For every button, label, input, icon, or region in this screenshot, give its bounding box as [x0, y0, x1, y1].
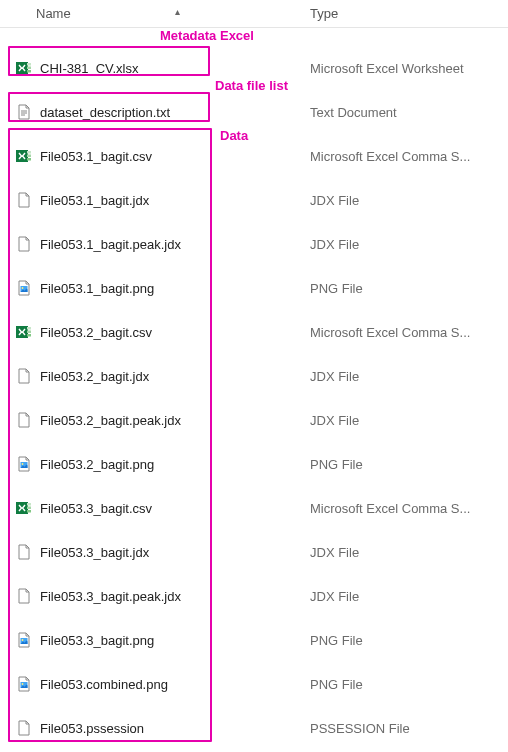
svg-rect-21 [27, 507, 31, 510]
file-type-cell: PNG File [300, 633, 508, 648]
svg-rect-22 [27, 510, 31, 513]
file-row[interactable]: File053.3_bagit.jdxJDX File [0, 530, 508, 574]
file-name-label: File053.3_bagit.csv [40, 501, 152, 516]
file-type-cell: Microsoft Excel Comma S... [300, 501, 508, 516]
svg-rect-20 [27, 503, 31, 506]
file-row[interactable]: File053.pssessionPSSESSION File [0, 706, 508, 750]
svg-rect-3 [27, 70, 31, 73]
plain-file-icon [16, 720, 32, 736]
svg-rect-10 [27, 158, 31, 161]
file-type-cell: JDX File [300, 589, 508, 604]
file-name-label: File053.1_bagit.jdx [40, 193, 149, 208]
file-type-cell: PNG File [300, 457, 508, 472]
file-row[interactable]: File053.2_bagit.pngPNG File [0, 442, 508, 486]
file-name-label: File053.3_bagit.jdx [40, 545, 149, 560]
column-header-name-label: Name [36, 6, 71, 21]
file-type-cell: PSSESSION File [300, 721, 508, 736]
png-file-icon [16, 676, 32, 692]
file-name-label: File053.2_bagit.csv [40, 325, 152, 340]
sort-ascending-icon: ▴ [175, 6, 180, 17]
file-name-label: File053.2_bagit.png [40, 457, 154, 472]
file-name-label: File053.2_bagit.jdx [40, 369, 149, 384]
file-type-cell: Microsoft Excel Comma S... [300, 325, 508, 340]
plain-file-icon [16, 236, 32, 252]
file-type-cell: Microsoft Excel Worksheet [300, 61, 508, 76]
png-file-icon [16, 632, 32, 648]
excel-file-icon [16, 60, 32, 76]
file-type-cell: Microsoft Excel Comma S... [300, 149, 508, 164]
file-name-cell: File053.1_bagit.peak.jdx [0, 236, 300, 252]
file-name-label: File053.3_bagit.png [40, 633, 154, 648]
svg-rect-15 [27, 331, 31, 334]
file-name-cell: File053.3_bagit.jdx [0, 544, 300, 560]
excel-file-icon [16, 148, 32, 164]
file-row[interactable]: CHI-381_CV.xlsxMicrosoft Excel Worksheet [0, 46, 508, 90]
plain-file-icon [16, 412, 32, 428]
plain-file-icon [16, 192, 32, 208]
svg-rect-9 [27, 155, 31, 158]
file-name-label: File053.pssession [40, 721, 144, 736]
svg-rect-1 [27, 63, 31, 66]
file-row[interactable]: File053.2_bagit.peak.jdxJDX File [0, 398, 508, 442]
plain-file-icon [16, 588, 32, 604]
column-header-row: Name ▴ Type [0, 0, 508, 28]
file-row[interactable]: File053.combined.pngPNG File [0, 662, 508, 706]
file-row[interactable]: File053.2_bagit.jdxJDX File [0, 354, 508, 398]
file-name-cell: File053.2_bagit.peak.jdx [0, 412, 300, 428]
file-name-cell: File053.2_bagit.png [0, 456, 300, 472]
svg-rect-8 [27, 151, 31, 154]
file-name-cell: File053.2_bagit.jdx [0, 368, 300, 384]
file-row[interactable]: dataset_description.txtText Document [0, 90, 508, 134]
file-name-cell: File053.1_bagit.png [0, 280, 300, 296]
file-name-label: File053.combined.png [40, 677, 168, 692]
text-file-icon [16, 104, 32, 120]
svg-rect-16 [27, 334, 31, 337]
excel-file-icon [16, 324, 32, 340]
png-file-icon [16, 456, 32, 472]
svg-point-18 [22, 463, 24, 465]
column-header-type-label: Type [310, 6, 338, 21]
svg-point-24 [22, 639, 24, 641]
file-type-cell: JDX File [300, 193, 508, 208]
file-type-cell: JDX File [300, 237, 508, 252]
plain-file-icon [16, 368, 32, 384]
file-list: CHI-381_CV.xlsxMicrosoft Excel Worksheet… [0, 28, 508, 752]
file-name-label: dataset_description.txt [40, 105, 170, 120]
file-name-label: File053.2_bagit.peak.jdx [40, 413, 181, 428]
file-type-cell: PNG File [300, 281, 508, 296]
file-name-cell: File053.3_bagit.peak.jdx [0, 588, 300, 604]
file-type-cell: JDX File [300, 369, 508, 384]
file-row[interactable]: File053.1_bagit.csvMicrosoft Excel Comma… [0, 134, 508, 178]
file-row[interactable]: File053.2_bagit.csvMicrosoft Excel Comma… [0, 310, 508, 354]
file-name-label: CHI-381_CV.xlsx [40, 61, 139, 76]
column-header-name[interactable]: Name ▴ [0, 6, 300, 21]
file-name-cell: File053.2_bagit.csv [0, 324, 300, 340]
file-name-cell: CHI-381_CV.xlsx [0, 60, 300, 76]
file-name-label: File053.1_bagit.peak.jdx [40, 237, 181, 252]
file-row[interactable]: File053.3_bagit.pngPNG File [0, 618, 508, 662]
png-file-icon [16, 280, 32, 296]
svg-point-26 [22, 683, 24, 685]
plain-file-icon [16, 544, 32, 560]
svg-rect-14 [27, 327, 31, 330]
file-type-cell: Text Document [300, 105, 508, 120]
file-name-cell: File053.3_bagit.csv [0, 500, 300, 516]
file-name-label: File053.1_bagit.png [40, 281, 154, 296]
file-type-cell: JDX File [300, 413, 508, 428]
svg-point-12 [22, 287, 24, 289]
file-row[interactable]: File053.1_bagit.pngPNG File [0, 266, 508, 310]
file-type-cell: PNG File [300, 677, 508, 692]
file-row[interactable]: File053.3_bagit.csvMicrosoft Excel Comma… [0, 486, 508, 530]
excel-file-icon [16, 500, 32, 516]
file-name-cell: File053.3_bagit.png [0, 632, 300, 648]
file-name-cell: File053.combined.png [0, 676, 300, 692]
column-header-type[interactable]: Type [300, 6, 508, 21]
file-name-label: File053.1_bagit.csv [40, 149, 152, 164]
file-row[interactable]: File053.1_bagit.peak.jdxJDX File [0, 222, 508, 266]
file-name-cell: File053.1_bagit.jdx [0, 192, 300, 208]
file-row[interactable]: File053.3_bagit.peak.jdxJDX File [0, 574, 508, 618]
file-name-cell: dataset_description.txt [0, 104, 300, 120]
file-type-cell: JDX File [300, 545, 508, 560]
file-row[interactable]: File053.1_bagit.jdxJDX File [0, 178, 508, 222]
file-name-label: File053.3_bagit.peak.jdx [40, 589, 181, 604]
